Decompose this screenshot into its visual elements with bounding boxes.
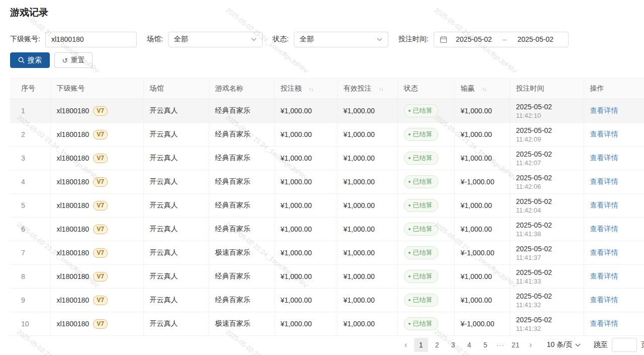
view-details-link[interactable]: 查看详情 [590,130,618,138]
cell-game: 经典百家乐 [209,289,274,312]
cell-index: 8 [10,265,50,289]
cell-game: 经典百家乐 [209,265,274,289]
page-size-select[interactable]: 10 条/页 [547,340,581,349]
page-size-label: 10 条/页 [547,340,573,349]
view-details-link[interactable]: 查看详情 [590,225,618,233]
cell-bet: ¥1,000.00 [274,265,337,289]
cell-index: 10 [10,312,50,336]
view-details-link[interactable]: 查看详情 [590,177,618,185]
date-end[interactable]: 2025-05-02 [509,35,562,43]
page-ellipsis[interactable]: ··· [494,341,508,349]
cell-bet-time: 2025-05-0211:41:37 [510,241,584,265]
view-details-link[interactable]: 查看详情 [590,272,618,280]
column-header-label: 投注时间 [516,84,544,92]
view-details-link[interactable]: 查看详情 [590,201,618,209]
pagination-bar: ‹12345···21›10 条/页跳至页 [10,337,644,353]
table-row: 6xl1800180V7开云真人经典百家乐¥1,000.00¥1,000.00已… [10,218,644,241]
cell-status: 已结算 [397,241,454,265]
bet-time: 11:42:06 [516,183,578,191]
page-button-4[interactable]: 4 [462,338,476,352]
search-button[interactable]: 搜索 [10,52,50,68]
status-dot-icon [409,181,411,183]
cell-venue: 开云真人 [143,99,209,123]
page-button-3[interactable]: 3 [446,338,460,352]
cell-index: 6 [10,218,50,241]
cell-bet-time: 2025-05-0211:42:09 [510,123,584,147]
account-input[interactable] [45,32,137,47]
cell-valid-bet: ¥1,000.00 [337,312,397,336]
status-dot-icon [409,275,411,277]
status-dot-icon [409,228,411,230]
cell-venue: 开云真人 [143,123,209,147]
cell-index: 7 [10,241,50,265]
page-button-2[interactable]: 2 [430,338,444,352]
date-range-picker[interactable]: 2025-05-02 – 2025-05-02 [434,32,569,47]
cell-action: 查看详情 [584,123,644,147]
search-icon [18,57,25,63]
cell-account: xl1800180V7 [50,312,143,336]
page-button-21[interactable]: 21 [509,338,523,352]
sort-icon[interactable]: ↑↓ [482,86,487,92]
sort-icon[interactable]: ↑↓ [309,86,313,92]
cell-action: 查看详情 [584,289,644,312]
status-label: 已结算 [413,272,433,281]
bet-time: 11:41:32 [516,325,578,333]
bet-date: 2025-05-02 [516,126,578,135]
cell-valid-bet: ¥1,000.00 [337,265,397,289]
table-row: 7xl1800180V7开云真人极速百家乐¥1,000.00¥1,000.00已… [10,241,644,265]
view-details-link[interactable]: 查看详情 [590,248,618,256]
view-details-link[interactable]: 查看详情 [590,296,618,304]
cell-valid-bet: ¥1,000.00 [337,99,397,123]
cell-venue: 开云真人 [143,241,209,265]
table-row: 3xl1800180V7开云真人经典百家乐¥1,000.00¥1,000.00已… [10,147,644,170]
view-details-link[interactable]: 查看详情 [590,154,618,162]
column-header-valid-bet: 有效投注↑↓ [337,79,397,99]
column-header-venue: 场馆 [143,79,209,99]
bet-time: 11:41:38 [516,230,578,238]
sort-icon[interactable]: ↑↓ [379,86,383,92]
cell-win-loss: ¥-1,000.00 [454,241,510,265]
search-button-label: 搜索 [28,56,42,65]
jump-page-input[interactable] [612,338,637,352]
cell-valid-bet: ¥1,000.00 [337,194,397,218]
cell-game: 经典百家乐 [209,194,274,218]
view-details-link[interactable]: 查看详情 [590,319,618,327]
page-button-5[interactable]: 5 [478,338,493,352]
bet-time: 11:42:09 [516,135,578,144]
cell-bet-time: 2025-05-0211:42:10 [510,99,584,123]
cell-venue: 开云真人 [143,170,209,194]
status-select[interactable]: 全部 [294,32,388,47]
cell-status: 已结算 [397,289,454,312]
bet-time: 11:41:33 [516,277,578,286]
bet-time: 11:42:07 [516,159,578,167]
view-details-link[interactable]: 查看详情 [590,106,618,114]
date-start[interactable]: 2025-05-02 [447,35,501,43]
column-header-label: 下级账号 [57,84,85,92]
bet-time-label: 投注时间: [398,35,429,44]
cell-win-loss: ¥1,000.00 [454,289,510,312]
table-row: 8xl1800180V7开云真人经典百家乐¥1,000.00¥1,000.00已… [10,265,644,289]
status-label: 已结算 [413,201,433,210]
vip-level-badge: V7 [93,106,108,116]
column-header-label: 操作 [590,84,604,92]
cell-venue: 开云真人 [143,265,209,289]
cell-bet: ¥1,000.00 [274,312,337,336]
vip-level-badge: V7 [93,154,108,163]
cell-action: 查看详情 [584,241,644,265]
status-badge: 已结算 [404,104,438,117]
status-badge: 已结算 [404,270,438,283]
venue-select[interactable]: 全部 [168,32,263,47]
prev-page-button[interactable]: ‹ [400,338,412,352]
account-name: xl1800180 [57,320,90,328]
column-header-status: 状态 [397,79,454,99]
cell-game: 极速百家乐 [209,241,274,265]
cell-action: 查看详情 [584,218,644,241]
page-button-1[interactable]: 1 [414,338,428,352]
column-header-game: 游戏名称 [209,79,274,99]
cell-index: 9 [10,289,50,312]
cell-valid-bet: ¥1,000.00 [337,218,397,241]
reset-button[interactable]: ↺ 重置 [54,52,93,68]
column-header-account: 下级账号 [50,79,143,99]
next-page-button[interactable]: › [525,338,537,352]
cell-status: 已结算 [397,265,454,289]
